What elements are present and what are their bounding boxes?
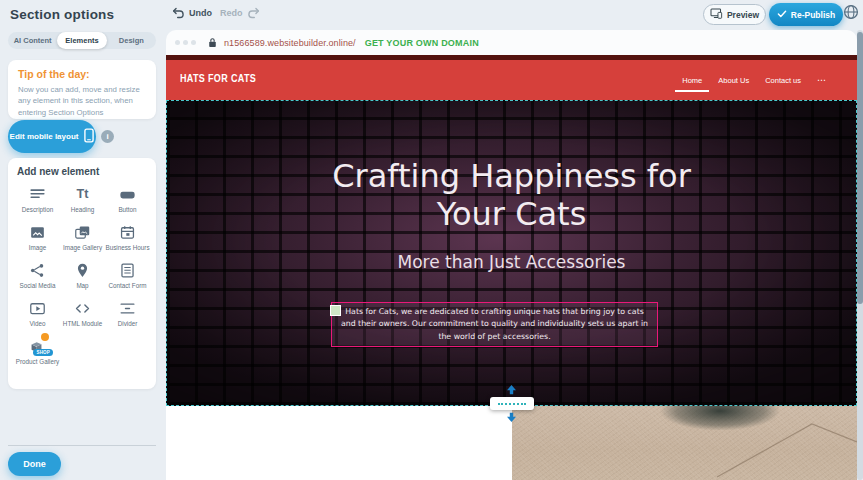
hero-paragraph: Hats for Cats, we are dedicated to craft…: [340, 306, 649, 343]
map-icon: [73, 261, 92, 280]
element-button[interactable]: Button: [105, 183, 150, 221]
tip-body: Now you can add, move and resize any ele…: [18, 84, 144, 118]
info-icon[interactable]: i: [101, 130, 114, 143]
element-business-hours[interactable]: Business Hours: [105, 221, 150, 259]
hero-subheading[interactable]: More than Just Accessories: [167, 252, 856, 272]
tab-elements[interactable]: Elements: [57, 32, 106, 49]
tab-design[interactable]: Design: [107, 32, 156, 49]
contact-form-icon: [118, 261, 137, 280]
edit-mobile-label: Edit mobile layout: [10, 132, 79, 141]
element-description[interactable]: Description: [15, 183, 60, 221]
site-url: n1566589.websitebuilder.online/: [224, 38, 356, 48]
element-html-module[interactable]: HTML Module: [60, 297, 105, 335]
divider-icon: [118, 299, 137, 318]
drag-handle[interactable]: [330, 305, 341, 316]
site-header[interactable]: HATS FOR CATS Home About Us Contact us ⋯: [166, 55, 857, 100]
hero-heading[interactable]: Crafting Happiness for Your Cats: [302, 157, 722, 234]
element-label: Divider: [118, 320, 138, 328]
element-heading[interactable]: Tt Heading: [60, 183, 105, 221]
element-image-gallery[interactable]: Image Gallery: [60, 221, 105, 259]
done-button[interactable]: Done: [8, 452, 61, 476]
element-label: Business Hours: [105, 244, 149, 252]
element-label: Contact Form: [108, 282, 146, 290]
phone-icon: [84, 128, 94, 145]
element-label: Video: [30, 320, 46, 328]
browser-dot: [183, 40, 188, 45]
scrollbar-thumb[interactable]: [857, 32, 863, 304]
element-label: Button: [118, 206, 136, 214]
button-icon: [118, 185, 137, 204]
element-label: Map: [76, 282, 88, 290]
undo-icon: [172, 7, 185, 19]
tip-title: Tip of the day:: [18, 68, 90, 80]
redo-button[interactable]: Redo: [220, 7, 260, 19]
site-preview: n1566589.websitebuilder.online/ GET YOUR…: [166, 30, 863, 480]
element-label: HTML Module: [63, 320, 102, 328]
html-module-icon: [73, 299, 92, 318]
business-hours-icon: [118, 223, 137, 242]
page-title: Section options: [10, 7, 114, 22]
check-icon: [777, 10, 787, 20]
app: Section options Undo Redo Preview Re-Pub…: [0, 0, 863, 480]
section-resize-handle[interactable]: [490, 397, 534, 410]
element-social-media[interactable]: Social Media: [15, 259, 60, 297]
element-contact-form[interactable]: Contact Form: [105, 259, 150, 297]
tab-ai-content[interactable]: AI Content: [8, 32, 57, 49]
shop-badge: SHOP: [33, 349, 53, 356]
element-product-gallery[interactable]: SHOP Product Gallery: [15, 335, 60, 373]
lock-icon: [208, 37, 217, 48]
edit-mobile-layout-button[interactable]: Edit mobile layout: [8, 120, 96, 153]
republish-label: Re-Publish: [791, 10, 835, 20]
browser-bar: n1566589.websitebuilder.online/ GET YOUR…: [166, 30, 857, 55]
nav-about-us[interactable]: About Us: [718, 76, 749, 85]
preview-button[interactable]: Preview: [703, 4, 766, 25]
new-badge-icon: [41, 333, 49, 341]
site-nav: Home About Us Contact us ⋯: [682, 60, 827, 100]
hero-text-element[interactable]: Hats for Cats, we are dedicated to craft…: [331, 302, 658, 347]
nav-contact-us[interactable]: Contact us: [765, 76, 801, 85]
element-label: Description: [22, 206, 54, 214]
social-media-icon: [28, 261, 47, 280]
svg-text:Tt: Tt: [77, 187, 90, 201]
product-gallery-icon: SHOP: [28, 337, 47, 356]
devices-icon: [710, 8, 723, 21]
undo-label: Undo: [189, 8, 212, 18]
element-label: Image Gallery: [63, 244, 102, 252]
get-domain-link[interactable]: GET YOUR OWN DOMAIN: [365, 38, 479, 48]
image-icon: [28, 223, 47, 242]
site-logo[interactable]: HATS FOR CATS: [180, 72, 256, 84]
description-icon: [28, 185, 47, 204]
video-icon: [28, 299, 47, 318]
element-label: Image: [29, 244, 47, 252]
browser-dot: [175, 40, 180, 45]
carpet-image: [512, 406, 857, 480]
grip-dots-icon: [498, 403, 526, 405]
element-grid: Description Tt Heading Button Image Imag…: [15, 183, 150, 373]
hero-section[interactable]: Crafting Happiness for Your Cats More th…: [166, 100, 857, 406]
redo-icon: [247, 7, 260, 19]
sidebar-divider: [8, 445, 156, 446]
element-label: Social Media: [19, 282, 55, 290]
republish-button[interactable]: Re-Publish: [769, 3, 843, 26]
preview-label: Preview: [727, 10, 759, 20]
element-label: Product Gallery: [16, 358, 59, 366]
browser-dot: [191, 40, 196, 45]
add-element-title: Add new element: [17, 166, 99, 177]
redo-label: Redo: [220, 8, 243, 18]
element-image[interactable]: Image: [15, 221, 60, 259]
nav-home[interactable]: Home: [682, 76, 702, 85]
image-gallery-icon: [73, 223, 92, 242]
nav-more[interactable]: ⋯: [817, 75, 827, 85]
globe-icon[interactable]: [843, 4, 859, 20]
element-map[interactable]: Map: [60, 259, 105, 297]
sidebar-tabs: AI Content Elements Design: [8, 32, 156, 49]
undo-button[interactable]: Undo: [172, 7, 212, 19]
element-divider[interactable]: Divider: [105, 297, 150, 335]
element-label: Heading: [71, 206, 94, 214]
heading-icon: Tt: [73, 185, 92, 204]
element-video[interactable]: Video: [15, 297, 60, 335]
